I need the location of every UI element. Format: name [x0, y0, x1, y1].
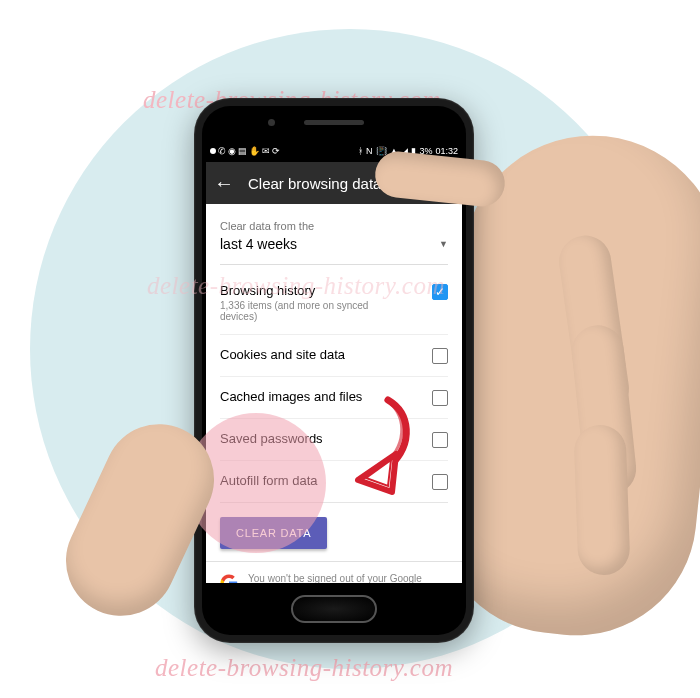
opt-title: Cached images and files — [220, 389, 362, 404]
phone-screen: ✆ ◉ ▤ ✋ ✉ ⟳ ᚼ N 📳 ▲ ◢ ▮ 3% 01:32 — [206, 140, 462, 583]
option-passwords[interactable]: Saved passwords — [220, 419, 448, 461]
timeframe-value: last 4 weeks — [220, 236, 297, 252]
sync-icon: ⟳ — [272, 146, 280, 156]
mail-icon: ✉ — [262, 146, 270, 156]
checkbox-autofill[interactable] — [432, 474, 448, 490]
google-logo-icon — [220, 574, 238, 583]
notification-dot-icon — [210, 148, 216, 154]
checkbox-browsing-history[interactable]: ✓ — [432, 284, 448, 300]
checkbox-passwords[interactable] — [432, 432, 448, 448]
opt-title: Cookies and site data — [220, 347, 345, 362]
option-browsing-history[interactable]: Browsing history 1,336 items (and more o… — [220, 271, 448, 335]
option-cookies[interactable]: Cookies and site data — [220, 335, 448, 377]
opt-title: Saved passwords — [220, 431, 323, 446]
back-arrow-icon[interactable]: ← — [214, 172, 234, 195]
google-signin-note: You won't be signed out of your Google a… — [206, 562, 462, 583]
split-icon: ▤ — [238, 146, 247, 156]
phone-sensor — [268, 119, 275, 126]
whatsapp-icon: ✆ — [218, 146, 226, 156]
option-autofill[interactable]: Autofill form data — [220, 461, 448, 503]
opt-title: Autofill form data — [220, 473, 318, 488]
chevron-down-icon: ▼ — [439, 239, 448, 249]
nfc-icon: N — [366, 146, 373, 156]
hand-icon: ✋ — [249, 146, 260, 156]
clear-data-button[interactable]: CLEAR DATA — [220, 517, 327, 549]
messenger-icon: ◉ — [228, 146, 236, 156]
bluetooth-icon: ᚼ — [358, 146, 363, 156]
checkbox-cached[interactable] — [432, 390, 448, 406]
signin-text: You won't be signed out of your Google a… — [248, 572, 448, 583]
home-button[interactable] — [291, 595, 377, 623]
timeframe-label: Clear data from the — [220, 220, 448, 232]
opt-sub: 1,336 items (and more on synced devices) — [220, 300, 400, 322]
phone-speaker — [304, 120, 364, 125]
clock: 01:32 — [435, 146, 458, 156]
timeframe-dropdown[interactable]: last 4 weeks ▼ — [220, 232, 448, 265]
checkbox-cookies[interactable] — [432, 348, 448, 364]
opt-title: Browsing history — [220, 283, 400, 298]
option-cached[interactable]: Cached images and files — [220, 377, 448, 419]
